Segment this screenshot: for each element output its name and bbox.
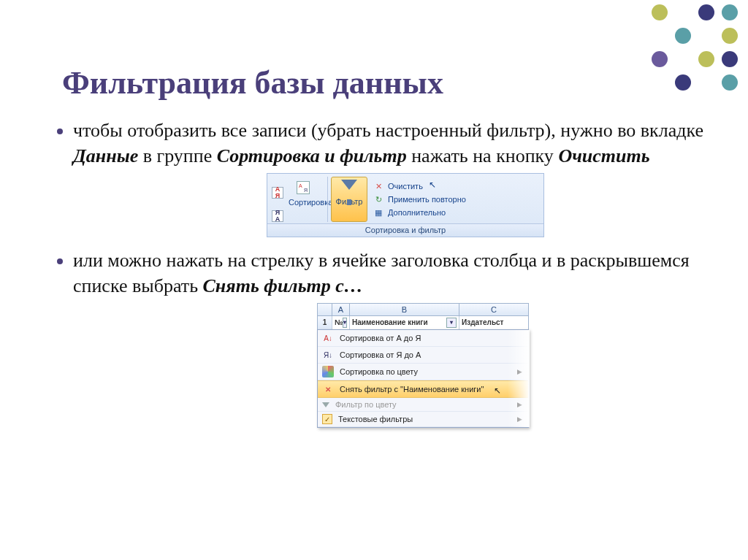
cell-label: № <box>335 316 343 329</box>
advanced-button[interactable]: ▦ Дополнительно <box>373 207 466 218</box>
autofilter-menu: Сортировка от А до Я Сортировка от Я до … <box>317 329 529 428</box>
cursor-icon: ↖ <box>429 180 436 190</box>
cell-label: Издательст <box>462 316 504 329</box>
corner-dots <box>652 4 741 93</box>
sort-asc-icon <box>322 332 334 344</box>
kw-data-tab: Данные <box>73 145 138 166</box>
label: Фильтр по цвету <box>335 400 397 409</box>
funnel-icon <box>341 180 357 190</box>
kw-clear: Очистить <box>558 145 649 166</box>
advanced-icon: ▦ <box>373 207 383 218</box>
kw-remove-filter-from: Снять фильтр с… <box>203 275 363 296</box>
row-num-1[interactable]: 1 <box>318 316 332 329</box>
cell-bookname-header[interactable]: Наименование книги ▾ <box>350 316 459 329</box>
row-header-blank <box>318 304 332 315</box>
ribbon-sort-filter-group: АЯ А Я Сортировка ЯА <box>267 173 544 237</box>
fade-edge <box>508 330 530 427</box>
reapply-icon: ↻ <box>373 194 383 204</box>
advanced-label: Дополнительно <box>388 208 446 217</box>
text: нажать на кнопку <box>407 145 559 166</box>
col-B[interactable]: B <box>350 304 459 315</box>
color-sort-icon <box>322 366 334 377</box>
sort-asc-icon[interactable]: АЯ <box>272 187 283 199</box>
ribbon-group-caption: Сортировка и фильтр <box>267 223 543 237</box>
menu-sort-asc[interactable]: Сортировка от А до Я <box>318 330 528 347</box>
clear-label: Очистить <box>388 182 423 191</box>
cursor-icon: ↖ <box>494 386 501 396</box>
clear-icon: ✕ <box>373 181 383 191</box>
label: Сортировка от А до Я <box>340 334 421 342</box>
menu-clear-filter[interactable]: Снять фильтр с "Наименование книги" ↖ <box>318 380 528 398</box>
sort-button[interactable]: А Я Сортировка <box>286 177 320 209</box>
separator <box>327 177 328 222</box>
clear-button[interactable]: ✕ Очистить ↖ <box>373 181 466 191</box>
cell-number-header[interactable]: № ▾ <box>332 316 350 329</box>
checkbox-icon: ✓ <box>322 414 332 424</box>
sheet-dropdown-figure: A B C 1 № ▾ Наименование книги ▾ Издател… <box>317 303 529 428</box>
text: в группе <box>138 145 216 166</box>
label: Снять фильтр с "Наименование книги" <box>340 385 484 394</box>
menu-text-filters[interactable]: ✓ Текстовые фильтры ▶ <box>318 412 528 427</box>
text: чтобы отобразить все записи (убрать наст… <box>73 120 703 141</box>
sort-desc-icon <box>322 349 334 361</box>
sheet-row-1: 1 № ▾ Наименование книги ▾ Издательст <box>317 316 529 330</box>
filter-arrow-icon[interactable]: ▾ <box>446 318 457 328</box>
reapply-label: Применить повторно <box>388 195 466 204</box>
sort-label: Сортировка <box>289 198 318 207</box>
slide-title: Фильтрация базы данных <box>0 0 748 118</box>
filter-button[interactable]: Фильтр <box>331 177 367 222</box>
label: Сортировка по цвету <box>340 367 418 376</box>
col-A[interactable]: A <box>332 304 350 315</box>
menu-filter-by-color: Фильтр по цвету ▶ <box>318 398 528 412</box>
sheet-column-headers: A B C <box>317 303 529 316</box>
bullet-remove-filter: чтобы отобразить все записи (убрать наст… <box>73 118 719 169</box>
text: или можно нажать на стрелку в ячейке заг… <box>73 250 690 296</box>
funnel-mini-icon <box>322 402 329 407</box>
menu-sort-desc[interactable]: Сортировка от Я до А <box>318 347 528 364</box>
col-C[interactable]: C <box>459 304 528 315</box>
sort-icon: А Я <box>297 181 310 194</box>
cell-label: Наименование книги <box>352 316 428 329</box>
clear-filter-icon <box>322 383 334 395</box>
label: Текстовые фильтры <box>338 415 413 423</box>
bullet-header-arrow: или можно нажать на стрелку в ячейке заг… <box>73 248 719 299</box>
label: Сортировка от Я до А <box>340 350 421 359</box>
reapply-button[interactable]: ↻ Применить повторно <box>373 194 466 204</box>
filter-arrow-icon[interactable]: ▾ <box>343 318 347 328</box>
cell-publisher-header[interactable]: Издательст <box>459 316 528 329</box>
sort-desc-icon[interactable]: ЯА <box>272 210 283 222</box>
kw-sort-filter-group: Сортировка и фильтр <box>217 145 407 166</box>
menu-sort-by-color[interactable]: Сортировка по цвету ▶ <box>318 364 528 380</box>
